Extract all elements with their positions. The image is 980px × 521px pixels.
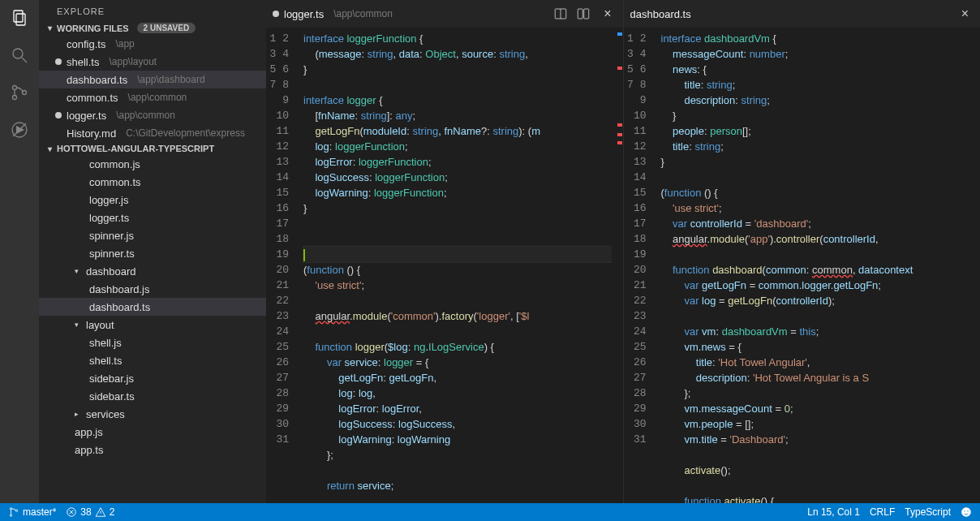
svg-point-22 [967,510,968,511]
tree-folder[interactable]: ▾layout [39,316,266,334]
language-status[interactable]: TypeScript [905,506,951,518]
tree-item-label: dashboard.ts [89,301,150,313]
tree-item-label: common.js [89,158,140,170]
tree-item-label: app.js [75,426,103,438]
editor-tab-right[interactable]: dashboard.ts × [624,0,981,28]
svg-point-13 [10,508,11,510]
tree-item-label: logger.js [89,194,128,206]
svg-point-21 [964,510,965,511]
working-file-item[interactable]: dashboard.ts \app\dashboard [39,71,266,88]
tree-file[interactable]: spinner.ts [39,244,266,262]
project-header[interactable]: ▾ HOTTOWEL-ANGULAR-TYPESCRIPT [39,142,266,155]
explorer-sidebar: EXPLORE ▾ WORKING FILES 2 UNSAVED config… [39,0,266,503]
tab-filename: logger.ts [284,8,324,20]
svg-rect-11 [578,9,582,19]
tree-item-label: shell.js [89,337,122,349]
feedback-icon[interactable] [961,506,972,518]
tree-item-label: dashboard.js [89,283,149,295]
toggle-layout-icon[interactable] [576,6,591,21]
overview-ruler[interactable] [612,28,623,503]
activity-bar [0,0,39,503]
split-editor-icon[interactable] [553,6,568,21]
chevron-right-icon: ▸ [75,410,83,418]
dirty-dot-icon [55,58,62,65]
debug-icon[interactable] [8,118,31,141]
svg-point-14 [10,515,11,516]
working-file-item[interactable]: common.ts \app\common [39,88,266,106]
working-files-header[interactable]: ▾ WORKING FILES 2 UNSAVED [39,21,266,35]
file-name: History.md [67,127,116,140]
project-tree: common.jscommon.tslogger.jslogger.tsspin… [39,155,266,459]
tree-file[interactable]: dashboard.js [39,280,266,298]
svg-point-2 [13,49,23,58]
tree-file[interactable]: app.js [39,423,266,441]
svg-line-3 [22,58,27,62]
tree-item-label: common.ts [89,176,141,188]
cursor-position-status[interactable]: Ln 15, Col 1 [807,506,860,518]
tree-file[interactable]: shell.js [39,334,266,351]
unsaved-badge: 2 UNSAVED [137,23,196,33]
working-file-item[interactable]: History.md C:\GitDevelopment\express [39,124,266,142]
line-numbers: 1 2 3 4 5 6 7 8 9 10 11 12 13 14 15 16 1… [624,28,656,503]
git-branch-status[interactable]: master* [8,506,56,518]
tree-file[interactable]: logger.ts [39,209,266,226]
tree-file[interactable]: app.ts [39,441,266,459]
problems-status[interactable]: 38 2 [66,506,114,518]
tab-filepath: \app\common [333,8,393,19]
line-numbers: 1 2 3 4 5 6 7 8 9 10 11 12 13 14 15 16 1… [266,28,299,503]
file-name: config.ts [67,38,105,50]
working-file-item[interactable]: shell.ts \app\layout [39,53,266,71]
search-icon[interactable] [8,44,31,67]
svg-point-4 [13,86,17,90]
dirty-dot-icon [273,11,279,17]
tree-item-label: sidebar.ts [89,390,135,403]
tree-file[interactable]: common.js [39,155,266,173]
sidebar-title: EXPLORE [39,0,266,21]
file-path: \app\dashboard [137,74,204,85]
tree-item-label: spinner.ts [89,248,135,260]
svg-rect-1 [16,14,25,25]
tab-filename: dashboard.ts [630,8,691,20]
code-editor-right[interactable]: 1 2 3 4 5 6 7 8 9 10 11 12 13 14 15 16 1… [624,28,981,503]
file-path: \app [115,38,134,50]
tree-item-label: app.ts [75,444,103,456]
explorer-icon[interactable] [8,6,31,29]
editor-pane-right: dashboard.ts × 1 2 3 4 5 6 7 8 9 10 11 1… [624,0,981,503]
code-content[interactable]: interface dashboardVm { messageCount: nu… [656,28,981,503]
working-files-list: config.ts \app shell.ts \app\layout dash… [39,35,266,142]
file-name: logger.ts [67,110,106,122]
code-editor-left[interactable]: 1 2 3 4 5 6 7 8 9 10 11 12 13 14 15 16 1… [266,28,623,503]
tree-file[interactable]: logger.js [39,191,266,209]
tree-file[interactable]: shell.ts [39,351,266,369]
file-name: dashboard.ts [67,74,127,86]
editor-pane-left: logger.ts \app\common × 1 2 3 4 5 6 7 8 … [266,0,624,503]
tree-item-label: services [86,408,125,420]
tree-file[interactable]: dashboard.ts [39,298,266,316]
tree-file[interactable]: spinner.js [39,226,266,244]
svg-point-20 [961,507,971,517]
code-content[interactable]: interface loggerFunction { (message: str… [299,28,612,503]
editor-group: logger.ts \app\common × 1 2 3 4 5 6 7 8 … [266,0,980,503]
tree-item-label: dashboard [86,265,135,278]
chevron-down-icon: ▾ [75,321,83,329]
chevron-down-icon: ▾ [45,144,54,153]
dirty-dot-icon [55,112,62,118]
tree-file[interactable]: common.ts [39,173,266,191]
tree-file[interactable]: sidebar.js [39,369,266,387]
close-editor-icon[interactable]: × [956,6,974,21]
file-path: C:\GitDevelopment\express [126,127,245,139]
editor-tab-left[interactable]: logger.ts \app\common × [266,0,623,28]
working-file-item[interactable]: logger.ts \app\common [39,106,266,124]
file-path: \app\common [116,110,175,121]
tree-file[interactable]: sidebar.ts [39,387,266,405]
working-file-item[interactable]: config.ts \app [39,35,266,53]
svg-rect-0 [14,11,23,22]
close-editor-icon[interactable]: × [599,6,616,21]
file-name: common.ts [67,92,118,104]
git-icon[interactable] [8,81,31,104]
tree-item-label: shell.ts [89,355,122,367]
tree-folder[interactable]: ▸services [39,405,266,423]
chevron-down-icon: ▾ [75,267,83,275]
eol-status[interactable]: CRLF [870,506,895,518]
tree-folder[interactable]: ▾dashboard [39,262,266,280]
